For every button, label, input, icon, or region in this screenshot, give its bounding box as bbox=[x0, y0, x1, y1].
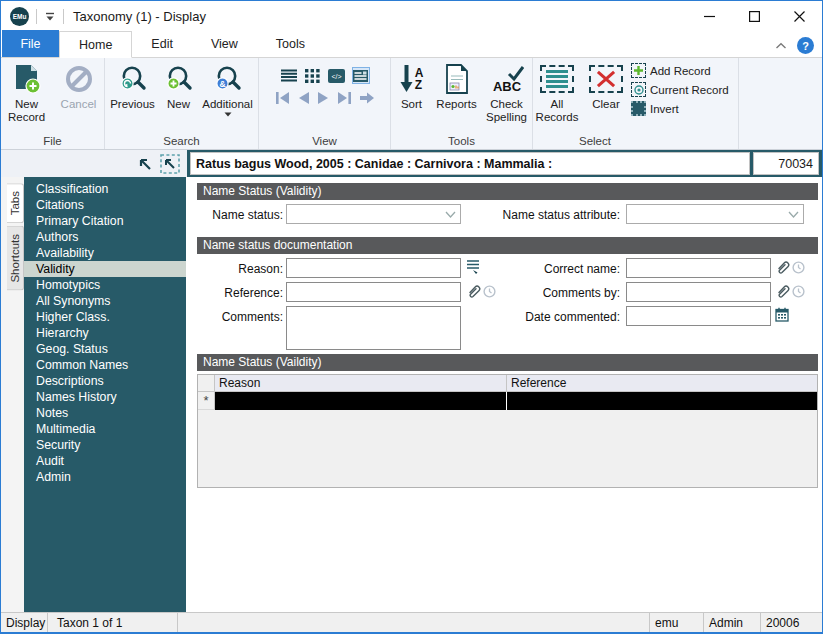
check-spelling-button[interactable]: ABC Check Spelling bbox=[482, 61, 532, 124]
status-bar: Display Taxon 1 of 1 emu Admin 20006 bbox=[1, 612, 822, 632]
correct-name-input[interactable] bbox=[626, 258, 771, 278]
reason-input[interactable] bbox=[286, 258, 461, 278]
status-port: 20006 bbox=[760, 613, 822, 632]
sidebar-item-notes[interactable]: Notes bbox=[24, 405, 186, 421]
tab-home[interactable]: Home bbox=[59, 31, 132, 58]
sidebar-item-admin[interactable]: Admin bbox=[24, 469, 186, 485]
name-status-attribute-label: Name status attribute: bbox=[478, 208, 620, 222]
tab-view[interactable]: View bbox=[192, 30, 257, 57]
new-record-button[interactable]: New Record bbox=[2, 61, 52, 124]
side-strip-shortcuts[interactable]: Shortcuts bbox=[7, 226, 24, 291]
check-spelling-icon: ABC bbox=[490, 63, 524, 95]
eye-icon[interactable] bbox=[792, 285, 805, 298]
select-pointer-icon[interactable] bbox=[138, 157, 152, 171]
status-record-position: Taxon 1 of 1 bbox=[48, 613, 178, 632]
name-status-attribute-combobox[interactable] bbox=[626, 204, 804, 224]
sidebar-item-citations[interactable]: Citations bbox=[24, 197, 186, 213]
comments-textarea[interactable] bbox=[286, 306, 461, 350]
details-view-icon[interactable] bbox=[352, 67, 370, 84]
attach-icon[interactable] bbox=[775, 259, 790, 275]
grid-cell-reason[interactable] bbox=[215, 392, 507, 410]
grid-column-reference: Reference bbox=[507, 375, 817, 391]
sidebar-item-security[interactable]: Security bbox=[24, 437, 186, 453]
sidebar-item-geog-status[interactable]: Geog. Status bbox=[24, 341, 186, 357]
sidebar-item-multimedia[interactable]: Multimedia bbox=[24, 421, 186, 437]
sidebar-item-validity[interactable]: Validity bbox=[24, 261, 186, 277]
chevron-down-icon bbox=[445, 211, 456, 218]
tab-file[interactable]: File bbox=[2, 30, 59, 57]
collapse-ribbon-icon[interactable] bbox=[775, 42, 787, 50]
status-user: Admin bbox=[703, 613, 760, 632]
record-summary-band: Ratus bagus Wood, 2005 : Canidae : Carni… bbox=[187, 150, 822, 177]
tab-edit[interactable]: Edit bbox=[132, 30, 192, 57]
attach-icon[interactable] bbox=[775, 283, 790, 299]
section-name-status-validity: Name Status (Validity) bbox=[197, 183, 818, 200]
new-record-icon bbox=[12, 63, 42, 95]
additional-search-button[interactable]: & Additional bbox=[199, 61, 257, 117]
new-search-button[interactable]: New bbox=[161, 61, 197, 117]
validity-tab-panel: Name Status (Validity) Name status: Name… bbox=[186, 177, 822, 612]
reference-label: Reference: bbox=[197, 286, 283, 300]
reports-button[interactable]: Reports bbox=[434, 61, 480, 124]
grid-cell-reference[interactable] bbox=[507, 392, 817, 410]
sort-button[interactable]: A Z Sort bbox=[392, 61, 432, 124]
side-strip-tabs[interactable]: Tabs bbox=[7, 183, 24, 223]
select-region-icon[interactable] bbox=[160, 154, 180, 174]
comments-by-label: Comments by: bbox=[478, 286, 620, 300]
status-mode: Display bbox=[1, 613, 48, 632]
grid-new-row[interactable]: * bbox=[198, 392, 817, 410]
comments-label: Comments: bbox=[197, 310, 283, 324]
titlebar: EMu Taxonomy (1) - Display bbox=[1, 1, 822, 31]
invert-selection-button[interactable]: Invert bbox=[631, 101, 729, 116]
date-commented-input[interactable] bbox=[626, 306, 771, 326]
clear-selection-button[interactable]: Clear bbox=[585, 61, 627, 124]
sidebar-item-descriptions[interactable]: Descriptions bbox=[24, 373, 186, 389]
name-status-combobox[interactable] bbox=[286, 204, 461, 224]
tab-tools[interactable]: Tools bbox=[257, 30, 324, 57]
sidebar: Classification Citations Primary Citatio… bbox=[24, 177, 186, 612]
previous-search-button[interactable]: Previous bbox=[107, 61, 159, 117]
maximize-button[interactable] bbox=[732, 1, 777, 31]
ribbon-tab-bar: File Home Edit View Tools ? bbox=[1, 31, 822, 58]
sidebar-item-audit[interactable]: Audit bbox=[24, 453, 186, 469]
sidebar-item-homotypics[interactable]: Homotypics bbox=[24, 277, 186, 293]
grid-column-reason: Reason bbox=[215, 375, 507, 391]
close-button[interactable] bbox=[777, 1, 822, 31]
eye-icon[interactable] bbox=[792, 261, 805, 274]
minimize-button[interactable] bbox=[687, 1, 732, 31]
cancel-button: Cancel bbox=[54, 61, 104, 124]
goto-record-icon bbox=[359, 91, 375, 105]
code-view-icon[interactable]: </> bbox=[328, 67, 346, 84]
sidebar-item-hierarchy[interactable]: Hierarchy bbox=[24, 325, 186, 341]
status-spacer bbox=[178, 613, 649, 632]
next-record-icon bbox=[317, 91, 330, 105]
svg-text:ABC: ABC bbox=[492, 79, 521, 94]
comments-by-input[interactable] bbox=[626, 282, 771, 302]
add-record-button[interactable]: Add Record bbox=[631, 63, 729, 78]
correct-name-label: Correct name: bbox=[478, 262, 620, 276]
grid-view-icon[interactable] bbox=[304, 67, 322, 84]
quick-access-dropdown-icon[interactable] bbox=[44, 11, 56, 22]
previous-search-icon bbox=[118, 63, 148, 95]
section-name-status-grid: Name Status (Vaildity) bbox=[197, 354, 818, 371]
sidebar-item-all-synonyms[interactable]: All Synonyms bbox=[24, 293, 186, 309]
help-icon[interactable]: ? bbox=[797, 37, 814, 54]
ribbon-group-file: New Record Cancel File bbox=[1, 58, 105, 149]
calendar-icon[interactable] bbox=[775, 307, 789, 322]
current-record-icon bbox=[631, 82, 646, 97]
current-record-button[interactable]: Current Record bbox=[631, 82, 729, 97]
all-records-button[interactable]: All Records bbox=[533, 61, 581, 124]
sidebar-item-names-history[interactable]: Names History bbox=[24, 389, 186, 405]
reference-input[interactable] bbox=[286, 282, 461, 302]
sidebar-item-authors[interactable]: Authors bbox=[24, 229, 186, 245]
name-status-label: Name status: bbox=[197, 208, 283, 222]
sidebar-item-classification[interactable]: Classification bbox=[24, 181, 186, 197]
last-record-icon bbox=[337, 91, 352, 105]
emu-taxonomy-window: EMu Taxonomy (1) - Display File Home Edi… bbox=[0, 0, 823, 634]
sidebar-item-common-names[interactable]: Common Names bbox=[24, 357, 186, 373]
sidebar-item-availability[interactable]: Availability bbox=[24, 245, 186, 261]
new-search-icon bbox=[164, 63, 194, 95]
list-view-icon[interactable] bbox=[280, 67, 298, 84]
sidebar-item-primary-citation[interactable]: Primary Citation bbox=[24, 213, 186, 229]
sidebar-item-higher-class[interactable]: Higher Class. bbox=[24, 309, 186, 325]
